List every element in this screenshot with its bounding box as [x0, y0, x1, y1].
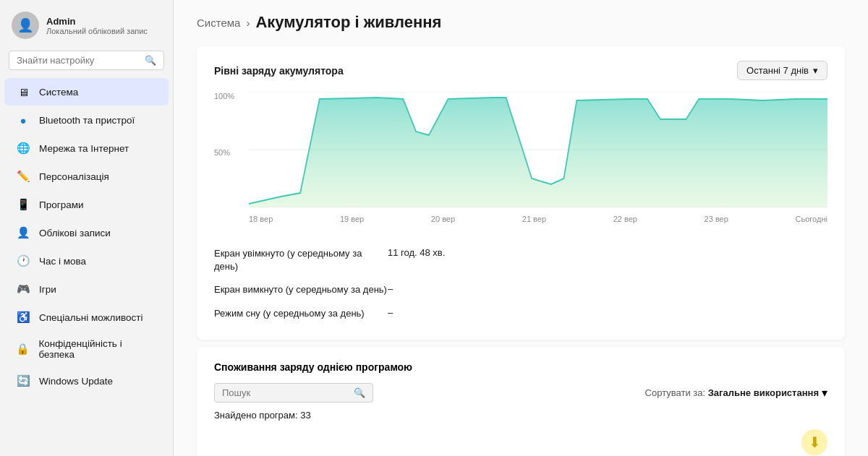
chart-canvas: [249, 92, 827, 207]
download-arrow-icon: ⬇: [801, 429, 827, 455]
stat-label-sleep: Режим сну (у середньому за день): [214, 307, 388, 320]
found-count: Знайдено програм: 33: [214, 410, 827, 421]
period-dropdown[interactable]: Останні 7 днів ▾: [737, 61, 827, 80]
usage-search-box[interactable]: 🔍: [214, 383, 373, 403]
privacy-icon: 🔒: [16, 342, 30, 356]
download-arrow-area: ⬇: [214, 429, 827, 455]
sort-dropdown[interactable]: Сортувати за: Загальне використання ▾: [645, 386, 827, 400]
usage-title: Споживання заряду однією програмою: [214, 361, 827, 373]
x-label-18: 18 вер: [249, 215, 273, 226]
sidebar-item-bluetooth-label: Bluetooth та пристрої: [39, 115, 135, 126]
accessibility-icon: ♿: [16, 310, 30, 324]
sidebar-item-sistema[interactable]: 🖥 Система: [4, 78, 169, 106]
stat-row-screen-off: Екран вимкнуто (у середньому за день) –: [214, 278, 827, 301]
sidebar-item-apps-label: Програми: [39, 199, 83, 210]
sidebar-item-accounts[interactable]: 👤 Облікові записи: [4, 219, 169, 246]
y-axis-labels: 100% 50%: [214, 92, 249, 207]
battery-chart-card: Рівні заряду акумулятора Останні 7 днів …: [197, 46, 845, 340]
sidebar-item-apps[interactable]: 📱 Програми: [4, 191, 169, 218]
x-label-today: Сьогодні: [796, 215, 827, 226]
search-icon: 🔍: [145, 55, 156, 66]
sidebar-item-personalization[interactable]: ✏️ Персоналізація: [4, 163, 169, 190]
stat-value-sleep: –: [388, 307, 393, 318]
chevron-down-icon: ▾: [813, 65, 818, 76]
sort-chevron-icon: ▾: [822, 386, 827, 400]
x-axis-labels: 18 вер 19 вер 20 вер 21 вер 22 вер 23 ве…: [249, 212, 827, 229]
stat-label-screen-on: Екран увімкнуто (у середньому за день): [214, 247, 388, 273]
stat-row-sleep: Режим сну (у середньому за день) –: [214, 302, 827, 325]
bluetooth-icon: ●: [16, 113, 30, 127]
stat-label-screen-off: Екран вимкнуто (у середньому за день): [214, 283, 388, 296]
sidebar-item-accessibility[interactable]: ♿ Спеціальні можливості: [4, 304, 169, 331]
profile-sub: Локальний обліковий запис: [46, 27, 148, 35]
sidebar-item-winupdate-label: Windows Update: [39, 376, 113, 387]
x-label-23: 23 вер: [705, 215, 728, 226]
sidebar-item-time[interactable]: 🕐 Час і мова: [4, 247, 169, 275]
stat-value-screen-off: –: [388, 283, 393, 294]
apps-icon: 📱: [16, 197, 30, 212]
x-label-22: 22 вер: [613, 215, 637, 226]
usage-search-icon: 🔍: [354, 387, 365, 398]
battery-chart-area: 100% 50%: [214, 92, 827, 229]
battery-stats: Екран увімкнуто (у середньому за день) 1…: [214, 242, 827, 325]
chart-title: Рівні заряду акумулятора: [214, 65, 344, 77]
winupdate-icon: 🔄: [16, 374, 30, 388]
avatar: 👤: [12, 12, 39, 39]
x-label-19: 19 вер: [340, 215, 364, 226]
usage-search-input[interactable]: [222, 387, 349, 398]
sidebar-item-winupdate[interactable]: 🔄 Windows Update: [4, 367, 169, 395]
network-icon: 🌐: [16, 141, 30, 155]
sidebar-item-personalization-label: Персоналізація: [39, 171, 109, 182]
nav-menu: 🖥 Система ● Bluetooth та пристрої 🌐 Мере…: [0, 77, 173, 395]
gaming-icon: 🎮: [16, 282, 30, 296]
sidebar-item-accounts-label: Облікові записи: [39, 228, 111, 238]
chart-header: Рівні заряду акумулятора Останні 7 днів …: [214, 61, 827, 80]
search-input[interactable]: [17, 55, 140, 66]
accounts-icon: 👤: [16, 225, 30, 240]
page-header: Система › Акумулятор і живлення: [174, 0, 868, 39]
period-label: Останні 7 днів: [746, 65, 809, 76]
sort-label-text: Сортувати за: Загальне використання: [645, 387, 819, 398]
y-label-100: 100%: [214, 92, 249, 100]
breadcrumb-separator: ›: [246, 17, 250, 29]
usage-section: Споживання заряду однією програмою 🔍 Сор…: [197, 347, 845, 456]
x-label-20: 20 вер: [431, 215, 455, 226]
personalization-icon: ✏️: [16, 169, 30, 184]
page-title: Акумулятор і живлення: [255, 13, 441, 32]
stat-row-screen-on: Екран увімкнуто (у середньому за день) 1…: [214, 242, 827, 278]
time-icon: 🕐: [16, 254, 30, 268]
sidebar-item-gaming-label: Ігри: [39, 284, 56, 295]
sidebar-item-network-label: Мережа та Інтернет: [39, 143, 129, 154]
sistema-icon: 🖥: [16, 85, 30, 99]
sidebar-item-time-label: Час і мова: [39, 256, 86, 267]
sidebar: 👤 Admin Локальний обліковий запис 🔍 🖥 Си…: [0, 0, 174, 456]
sidebar-item-gaming[interactable]: 🎮 Ігри: [4, 275, 169, 303]
sort-value: Загальне використання: [708, 387, 819, 398]
profile-name: Admin: [46, 16, 148, 27]
sidebar-item-bluetooth[interactable]: ● Bluetooth та пристрої: [4, 106, 169, 134]
sidebar-item-privacy-label: Конфіденційність і безпека: [38, 338, 157, 360]
sidebar-item-privacy[interactable]: 🔒 Конфіденційність і безпека: [4, 332, 169, 366]
y-label-50: 50%: [214, 148, 249, 157]
profile-section[interactable]: 👤 Admin Локальний обліковий запис: [0, 0, 173, 48]
sidebar-item-accessibility-label: Спеціальні можливості: [39, 312, 142, 323]
breadcrumb-parent: Система: [197, 17, 240, 29]
x-label-21: 21 вер: [522, 215, 546, 226]
battery-svg: [249, 92, 827, 207]
usage-search-row: 🔍 Сортувати за: Загальне використання ▾: [214, 383, 827, 403]
stat-value-screen-on: 11 год. 48 хв.: [388, 247, 445, 258]
main-content: Система › Акумулятор і живлення Рівні за…: [174, 0, 868, 456]
sidebar-item-sistema-label: Система: [39, 87, 78, 98]
search-box[interactable]: 🔍: [9, 51, 164, 70]
sidebar-item-network[interactable]: 🌐 Мережа та Інтернет: [4, 134, 169, 162]
